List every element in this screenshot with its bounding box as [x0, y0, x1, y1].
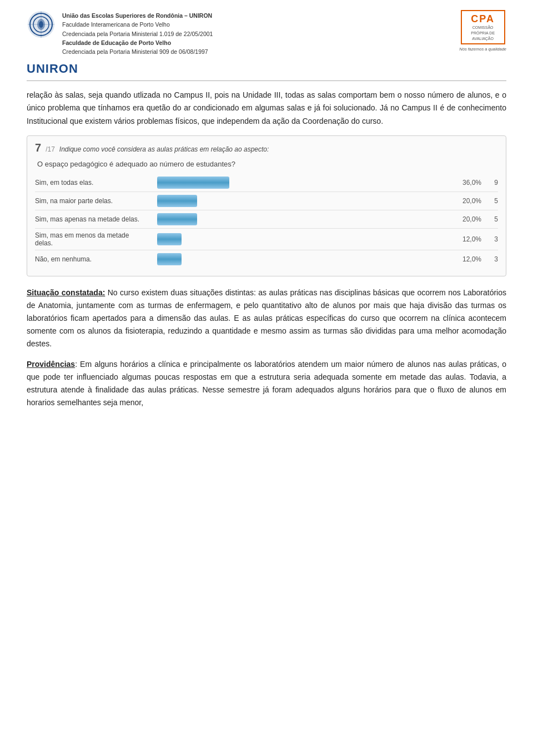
survey-section: 7 /17 Indique como você considera as aul…: [27, 135, 506, 276]
row-label-4: Não, em nenhuma.: [35, 255, 152, 263]
row-bar-1: [157, 195, 197, 207]
uniron-brand-label: UNIRON: [27, 62, 506, 76]
cpa-tagline: Nós fazemos a qualidade: [459, 47, 506, 52]
situacao-paragraph: Situação constatada: No curso existem du…: [27, 286, 506, 350]
row-count-3: 3: [481, 235, 498, 243]
survey-row: Não, em nenhuma. 12,0% 3: [35, 250, 498, 268]
row-bar-2: [157, 213, 197, 225]
row-count-0: 9: [481, 179, 498, 187]
survey-instruction: Indique como você considera as aulas prá…: [59, 145, 269, 153]
survey-row: Sim, na maior parte delas. 20,0% 5: [35, 192, 498, 210]
row-count-2: 5: [481, 215, 498, 223]
row-count-4: 3: [481, 255, 498, 263]
intro-paragraph: relação às salas, seja quando utlizada n…: [27, 89, 506, 127]
row-bar-container-4: [152, 253, 448, 265]
row-label-3: Sim, mas em menos da metade delas.: [35, 231, 152, 247]
row-bar-container-0: [152, 177, 448, 189]
cpa-logo-block: CPA Comissão Própria de Avaliação Nós fa…: [459, 10, 506, 52]
cpa-box: CPA Comissão Própria de Avaliação: [461, 10, 505, 44]
row-label-2: Sim, mas apenas na metade delas.: [35, 215, 152, 223]
institution-name-1: União das Escolas Superiores de Rondônia…: [62, 11, 213, 20]
providencias-label: Providências: [27, 360, 75, 369]
header-divider: [27, 80, 506, 81]
situacao-label: Situação constatada:: [27, 288, 105, 297]
survey-row: Sim, mas em menos da metade delas. 12,0%…: [35, 229, 498, 250]
row-percent-2: 20,0%: [448, 215, 481, 223]
providencias-paragraph: Providências: Em alguns horários a clíni…: [27, 358, 506, 409]
row-bar-3: [157, 233, 182, 245]
providencias-text: : Em alguns horários a clínica e princip…: [27, 360, 506, 407]
row-percent-1: 20,0%: [448, 197, 481, 205]
uniron-logo-icon: [27, 10, 56, 44]
survey-rows-container: Sim, em todas elas. 36,0% 9 Sim, na maio…: [35, 174, 498, 268]
row-label-0: Sim, em todas elas.: [35, 179, 152, 187]
row-bar-container-2: [152, 213, 448, 225]
survey-row: Sim, mas apenas na metade delas. 20,0% 5: [35, 210, 498, 229]
row-bar-4: [157, 253, 182, 265]
row-percent-4: 12,0%: [448, 255, 481, 263]
page: União das Escolas Superiores de Rondônia…: [0, 0, 533, 756]
survey-total: /17: [46, 145, 55, 153]
institution-name-4: Faculdade de Educação de Porto Velho: [62, 38, 213, 47]
row-percent-3: 12,0%: [448, 235, 481, 243]
cpa-subtitle: Comissão Própria de Avaliação: [471, 25, 495, 41]
institution-name-2: Faculdade Interamericana de Porto Velho: [62, 20, 213, 29]
institution-name-5: Credenciada pela Portaria Ministerial 90…: [62, 47, 213, 56]
institution-name-3: Credenciada pela Portaria Ministerial 1.…: [62, 29, 213, 38]
survey-question-text: O espaço pedagógico é adequado ao número…: [35, 160, 498, 168]
row-bar-0: [157, 177, 229, 189]
survey-question-header: 7 /17 Indique como você considera as aul…: [35, 142, 498, 158]
row-label-1: Sim, na maior parte delas.: [35, 197, 152, 205]
row-bar-container-3: [152, 233, 448, 245]
survey-number: 7: [35, 142, 41, 154]
row-count-1: 5: [481, 197, 498, 205]
row-percent-0: 36,0%: [448, 179, 481, 187]
header-left: União das Escolas Superiores de Rondônia…: [27, 10, 213, 56]
header-text-block: União das Escolas Superiores de Rondônia…: [62, 10, 213, 56]
header: União das Escolas Superiores de Rondônia…: [27, 10, 506, 56]
row-bar-container-1: [152, 195, 448, 207]
cpa-title: CPA: [471, 13, 495, 25]
survey-row: Sim, em todas elas. 36,0% 9: [35, 174, 498, 192]
